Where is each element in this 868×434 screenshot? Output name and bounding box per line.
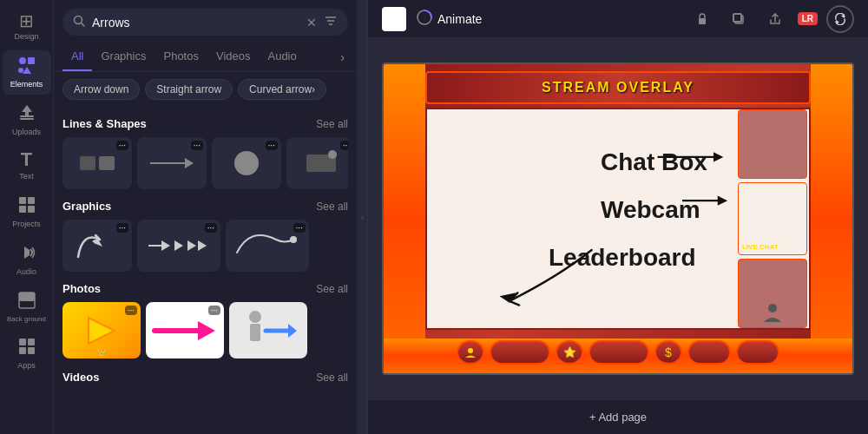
color-swatch[interactable] (382, 7, 406, 31)
svg-marker-32 (174, 240, 183, 251)
uploads-icon (17, 103, 36, 125)
item-menu-icon[interactable]: ··· (125, 306, 137, 315)
graphics-see-all[interactable]: See all (316, 201, 348, 213)
search-tabs: All Graphics Photos Videos Audio › (54, 43, 357, 72)
animate-icon (417, 10, 432, 29)
sidebar-item-audio[interactable]: Audio (3, 238, 51, 282)
add-page-button[interactable]: + Add page (572, 405, 664, 429)
svg-rect-46 (733, 14, 741, 22)
svg-marker-34 (198, 240, 207, 251)
svg-marker-31 (161, 240, 170, 251)
bottom-btn-star: ⭐ (556, 340, 583, 365)
webcam-label: Webcam (601, 196, 700, 224)
svg-marker-42 (288, 324, 297, 338)
item-menu-icon[interactable]: ··· (205, 223, 217, 233)
videos-see-all[interactable]: See all (316, 372, 348, 384)
bottom-btn-3 (687, 340, 731, 365)
svg-rect-22 (80, 156, 95, 170)
overlay-background: STREAM OVERLAY Chat Box Webcam Leaderboa… (384, 64, 852, 373)
item-menu-icon[interactable]: ··· (293, 223, 306, 233)
sidebar-item-apps[interactable]: Apps (3, 332, 51, 376)
lock-icon[interactable] (688, 5, 716, 33)
search-bar[interactable]: ✕ (62, 9, 348, 36)
mini-box-top (738, 109, 807, 179)
bottom-btn-2 (589, 340, 649, 365)
collapse-handle[interactable]: ‹ (358, 0, 368, 434)
svg-rect-12 (19, 293, 35, 301)
bottom-btn-4 (736, 340, 779, 365)
animate-button[interactable]: Animate (417, 10, 482, 29)
chip-straight-arrow[interactable]: Straight arrow (145, 79, 233, 100)
svg-marker-38 (198, 321, 215, 340)
tab-audio[interactable]: Audio (259, 43, 305, 71)
lines-shapes-item-3[interactable]: ··· (212, 137, 281, 189)
svg-marker-36 (89, 318, 115, 344)
item-menu-icon[interactable]: ··· (116, 141, 128, 150)
lines-shapes-item-4[interactable]: ··· (286, 137, 348, 189)
sidebar-item-uploads[interactable]: Uploads (3, 98, 51, 142)
photos-item-3[interactable]: › (229, 302, 307, 358)
graphics-item-1[interactable]: ··· (62, 220, 132, 272)
photos-item-2[interactable]: ··· (146, 302, 224, 358)
svg-marker-33 (187, 240, 196, 251)
lines-shapes-title: Lines & Shapes (62, 117, 147, 130)
sidebar-item-elements[interactable]: Elements (3, 50, 51, 95)
flame-left (384, 64, 425, 373)
svg-point-0 (19, 57, 26, 64)
animate-label: Animate (437, 12, 482, 26)
left-sidebar: ⊞ Design Elements Uploads T Text (0, 0, 54, 434)
graphics-item-3[interactable]: ··· (226, 220, 309, 272)
graphics-item-2[interactable]: ··· (137, 220, 220, 272)
svg-point-54 (468, 348, 473, 353)
chip-curved-arrow[interactable]: Curved arrow› (238, 79, 326, 100)
chat-box-label: Chat Box (601, 148, 707, 176)
sidebar-item-text[interactable]: T Text (3, 145, 51, 187)
sidebar-item-design-label: Design (14, 32, 38, 42)
flame-right (811, 64, 852, 373)
search-icon (73, 15, 85, 30)
top-bar-right: LR (688, 5, 854, 33)
graphics-section-header: Graphics See all (62, 200, 348, 213)
sidebar-item-background[interactable]: Back ground (3, 286, 51, 329)
lines-shapes-item-1[interactable]: ··· (62, 137, 132, 189)
mini-box-live-chat: LIVE CHAT (738, 182, 807, 255)
stream-banner: STREAM OVERLAY (425, 71, 811, 104)
lr-badge: LR (798, 12, 818, 25)
lines-shapes-item-2[interactable]: ··· (137, 137, 207, 189)
duplicate-icon[interactable] (725, 5, 753, 33)
canvas-workspace[interactable]: STREAM OVERLAY Chat Box Webcam Leaderboa… (368, 38, 868, 399)
lines-shapes-see-all[interactable]: See all (316, 118, 348, 130)
tab-graphics[interactable]: Graphics (92, 43, 155, 71)
tab-all[interactable]: All (62, 43, 92, 71)
filter-icon[interactable] (324, 14, 338, 30)
right-mini-panel: LIVE CHAT (738, 109, 807, 328)
sidebar-item-design[interactable]: ⊞ Design (3, 7, 51, 47)
photos-grid: ··· 👑 ··· (62, 302, 348, 358)
svg-rect-40 (250, 324, 260, 341)
refresh-button[interactable] (826, 5, 854, 33)
filter-chips: Arrow down Straight arrow Curved arrow› (54, 72, 357, 107)
tabs-scroll-right[interactable]: › (337, 43, 348, 71)
item-menu-icon[interactable]: ··· (340, 141, 348, 150)
top-bar: Animate (368, 0, 868, 38)
videos-title: Videos (62, 371, 99, 384)
tab-videos[interactable]: Videos (207, 43, 260, 71)
item-menu-icon[interactable]: ··· (191, 141, 203, 150)
chip-arrow-down[interactable]: Arrow down (62, 79, 140, 100)
item-menu-icon[interactable]: ··· (116, 223, 128, 233)
photos-see-all[interactable]: See all (316, 283, 348, 295)
sidebar-item-projects[interactable]: Projects (3, 190, 51, 234)
svg-point-3 (18, 68, 23, 73)
graphics-title: Graphics (62, 200, 111, 213)
bottom-btn-user (457, 340, 484, 365)
item-menu-icon[interactable]: ··· (266, 141, 278, 150)
photos-item-1[interactable]: ··· 👑 (62, 302, 141, 358)
clear-icon[interactable]: ✕ (306, 16, 317, 30)
share-icon[interactable] (761, 5, 789, 33)
bottom-btn-dollar: $ (654, 340, 682, 365)
svg-rect-9 (19, 206, 26, 213)
search-input[interactable] (92, 16, 299, 30)
tab-photos[interactable]: Photos (155, 43, 207, 71)
item-menu-icon[interactable]: ··· (208, 306, 220, 315)
sidebar-item-elements-label: Elements (10, 80, 43, 89)
